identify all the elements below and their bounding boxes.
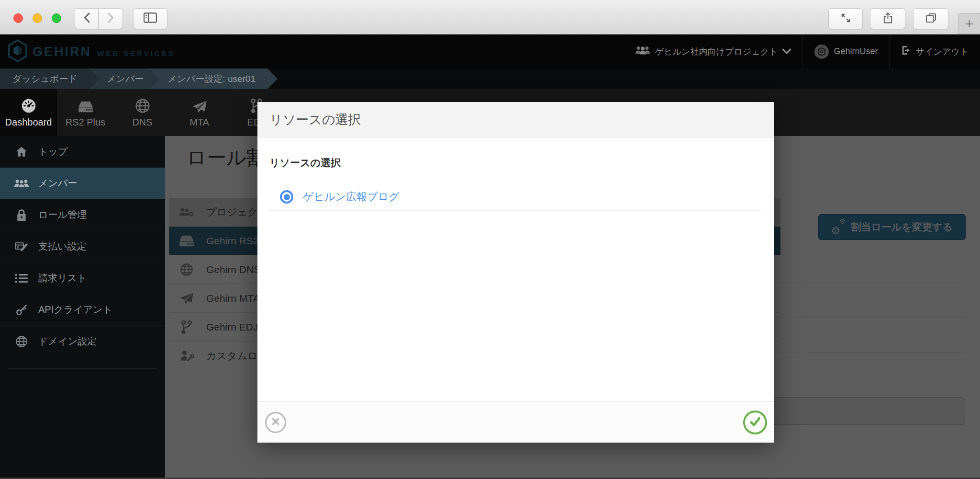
key-icon xyxy=(13,304,30,316)
share-button[interactable] xyxy=(870,8,905,29)
gehirn-hexagon-logo-icon xyxy=(8,39,28,64)
chevron-right-icon xyxy=(108,12,114,25)
brand-suffix: WEB SERVICES xyxy=(97,46,175,57)
signout-label: サインアウト xyxy=(915,46,969,57)
sidebar-item-payment[interactable]: ¥ 支払い設定 xyxy=(0,231,165,262)
sidebar-item-top[interactable]: トップ xyxy=(0,136,165,168)
sidebar-item-members[interactable]: メンバー xyxy=(0,168,165,199)
sidebar-item-roles[interactable]: ロール管理 xyxy=(0,199,165,231)
chevron-down-icon xyxy=(782,46,791,57)
user-menu[interactable]: GehirnUser xyxy=(803,34,889,68)
nav-tile-dns[interactable]: DNS xyxy=(114,89,171,136)
browser-forward-button[interactable] xyxy=(99,8,123,29)
payment-icon: ¥ xyxy=(13,240,30,253)
fullscreen-arrows-icon xyxy=(840,12,851,25)
brand-logo[interactable]: GEHIRN WEB SERVICES xyxy=(8,39,175,64)
breadcrumb-item-dashboard[interactable]: ダッシュボード xyxy=(0,68,100,89)
list-icon xyxy=(13,273,30,284)
plus-icon: + xyxy=(965,16,974,32)
zoom-window-button[interactable] xyxy=(52,13,61,23)
browser-toolbar: + xyxy=(0,0,980,34)
project-selector[interactable]: ゲヒルン社内向けプロジェクト xyxy=(624,34,803,68)
home-icon xyxy=(13,146,30,158)
sidebar-divider xyxy=(8,368,157,368)
radio-selected-icon[interactable] xyxy=(280,190,293,204)
project-selector-label: ゲヒルン社内向けプロジェクト xyxy=(655,46,778,57)
browser-back-button[interactable] xyxy=(75,8,99,29)
resource-select-modal: リソースの選択 リソースの選択 ゲヒルン広報ブログ xyxy=(257,102,774,443)
signout-door-icon xyxy=(901,45,911,58)
brand-name: GEHIRN xyxy=(33,45,91,59)
sidebar-item-domains[interactable]: ドメイン設定 xyxy=(0,326,165,357)
globe-icon xyxy=(135,97,150,114)
modal-confirm-button[interactable] xyxy=(743,411,767,434)
sidebar-item-api-clients[interactable]: APIクライアント xyxy=(0,294,165,326)
breadcrumb-item-members[interactable]: メンバー xyxy=(89,68,159,89)
signout-button[interactable]: サインアウト xyxy=(890,34,980,68)
minimize-window-button[interactable] xyxy=(33,13,42,23)
fullscreen-button[interactable] xyxy=(828,8,863,29)
app-header: GEHIRN WEB SERVICES ゲヒルン社内向けプロジェクト Gehir… xyxy=(0,34,980,68)
users-group-icon xyxy=(635,45,650,58)
modal-title: リソースの選択 xyxy=(269,111,361,128)
resource-option-label[interactable]: ゲヒルン広報ブログ xyxy=(303,190,400,204)
svg-text:¥: ¥ xyxy=(17,245,19,250)
user-name: GehirnUser xyxy=(834,46,878,57)
close-window-button[interactable] xyxy=(13,13,23,23)
paper-plane-icon xyxy=(192,97,207,114)
tab-overview-button[interactable] xyxy=(913,8,948,29)
nav-tile-dashboard[interactable]: Dashboard xyxy=(0,89,57,136)
breadcrumb-item-member-settings[interactable]: メンバー設定: user01 xyxy=(149,68,278,89)
modal-footer xyxy=(257,401,774,443)
server-icon xyxy=(78,97,94,114)
lock-icon xyxy=(13,209,30,221)
globe-icon xyxy=(13,335,30,348)
modal-cancel-button[interactable] xyxy=(265,412,286,433)
new-tab-button[interactable]: + xyxy=(958,13,980,34)
nav-tile-mta[interactable]: MTA xyxy=(171,89,228,136)
user-avatar xyxy=(814,45,829,59)
users-icon xyxy=(13,178,30,189)
x-icon xyxy=(270,416,281,429)
modal-body: リソースの選択 ゲヒルン広報ブログ xyxy=(257,137,774,211)
sidebar: トップ メンバー ロール管理 ¥ 支払い設定 請求リスト xyxy=(0,136,165,478)
modal-section-heading: リソースの選択 xyxy=(269,156,762,170)
sidebar-panel-icon xyxy=(144,12,157,25)
dashboard-gauge-icon xyxy=(21,97,36,114)
sidebar-toggle-button[interactable] xyxy=(133,8,167,29)
screen: + GEHIRN WEB SERVICES ゲヒルン社内向けプロジェクト xyxy=(0,0,980,479)
chevron-left-icon xyxy=(84,12,90,25)
sidebar-item-invoices[interactable]: 請求リスト xyxy=(0,262,165,294)
resource-option-row[interactable]: ゲヒルン広報ブログ xyxy=(269,183,762,211)
nav-tile-rs2-plus[interactable]: RS2 Plus xyxy=(57,89,114,136)
modal-header: リソースの選択 xyxy=(257,102,774,137)
breadcrumb: ダッシュボード メンバー メンバー設定: user01 xyxy=(0,68,980,89)
share-icon xyxy=(883,11,893,26)
check-icon xyxy=(748,415,762,430)
overlapping-tabs-icon xyxy=(925,13,936,25)
